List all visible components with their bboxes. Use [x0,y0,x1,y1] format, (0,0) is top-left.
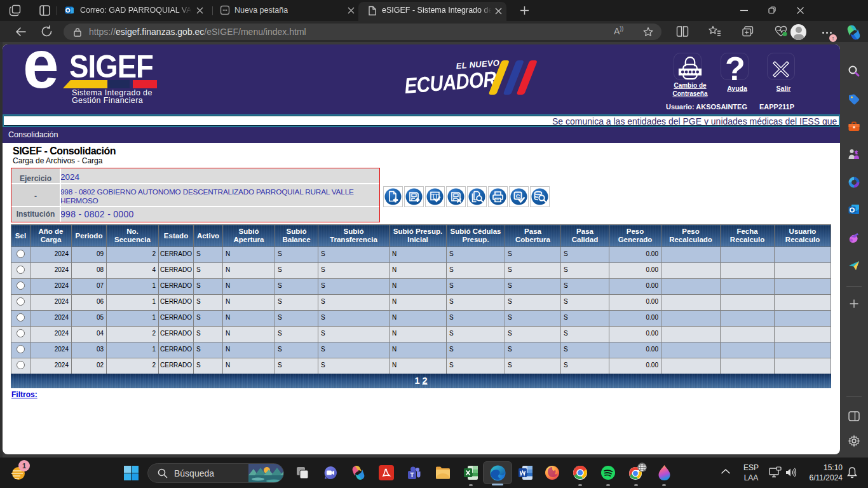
svg-text:C: C [516,193,520,200]
